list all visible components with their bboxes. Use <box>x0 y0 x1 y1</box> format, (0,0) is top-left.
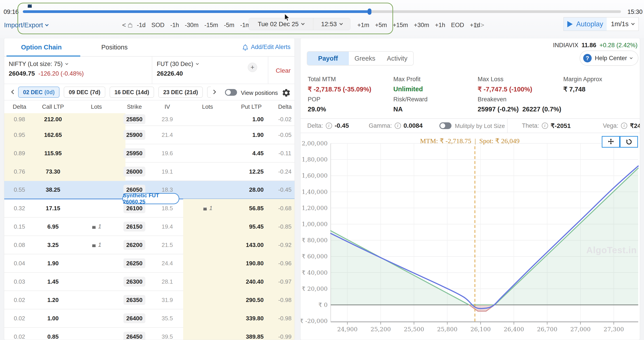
svg-text:₹ 1,40,000: ₹ 1,40,000 <box>300 188 328 195</box>
call-ltp[interactable]: 1.00 <box>35 315 71 322</box>
jump-prev-position-button[interactable]: < <box>122 20 133 30</box>
put-ltp[interactable]: 1.90 <box>228 132 275 138</box>
help-center-button[interactable]: ? Help Center <box>580 50 638 66</box>
jump-next-position-button[interactable]: > <box>474 20 484 30</box>
timeline-slider[interactable] <box>23 10 621 13</box>
time-step-button[interactable]: SOD <box>152 22 164 29</box>
position-marker-bag-icon[interactable] <box>27 2 33 9</box>
timeline-slider-handle[interactable] <box>368 8 372 15</box>
time-step-button[interactable]: -1d <box>137 22 146 29</box>
option-row[interactable]: 0.95 162.65 25900 21.4 <box>4 126 294 144</box>
info-icon[interactable]: i <box>326 122 332 129</box>
time-step-button[interactable]: +15m <box>393 22 408 29</box>
expiry-tab[interactable]: 09 DEC (7d) <box>64 86 105 98</box>
option-row[interactable]: 0.89 115.95 25950 19.6 <box>4 144 294 162</box>
add-edit-alerts-button[interactable]: Add/Edit Alerts <box>242 44 290 50</box>
tab-payoff[interactable]: Payoff <box>307 52 349 65</box>
tab-option-chain[interactable]: Option Chain <box>21 44 62 51</box>
option-row[interactable]: 0.04 1.90 26250 24.4 <box>4 254 294 273</box>
call-ltp[interactable]: 6.95 <box>35 223 71 230</box>
call-ltp[interactable]: 38.25 <box>35 186 71 193</box>
time-step-button[interactable]: -5m <box>224 22 234 29</box>
put-ltp[interactable]: 339.80 <box>228 315 275 322</box>
put-ltp[interactable]: 389.85 <box>228 333 275 340</box>
put-ltp[interactable]: 4.45 <box>228 150 275 157</box>
option-row[interactable]: 0.08 3.25 1 26200 21.5 <box>4 236 294 254</box>
call-lots-count: 1 <box>98 223 101 230</box>
put-ltp[interactable]: 56.85 <box>228 205 275 212</box>
put-ltp[interactable]: 143.00 <box>228 242 275 248</box>
put-ltp[interactable]: 190.80 <box>228 260 275 267</box>
expiry-tab[interactable]: 16 DEC (14d) <box>110 86 154 98</box>
underlying-select[interactable]: NIFTY (Lot size: 75) <box>9 60 68 68</box>
expiry-tab[interactable]: 23 DEC (21d) <box>158 86 203 98</box>
tab-activity[interactable]: Activity <box>381 52 413 65</box>
expiry-tab[interactable]: 02 DEC (0d) <box>18 86 60 98</box>
time-step-button[interactable]: EOD <box>451 22 464 29</box>
col-put-ltp: Put LTP <box>228 103 275 110</box>
put-ltp[interactable]: 95.45 <box>228 223 275 230</box>
put-ltp[interactable]: 1.00 <box>228 116 275 123</box>
call-ltp[interactable]: 0.85 <box>35 333 71 340</box>
import-export-menu[interactable]: Import/Export <box>4 20 48 30</box>
expiry-tabs: 02 DEC (0d) 09 DEC (7d) 16 DEC (14d) <box>18 86 211 98</box>
call-ltp[interactable]: 115.95 <box>35 150 71 157</box>
put-ltp[interactable]: 290.50 <box>228 296 275 304</box>
time-step-button[interactable]: -15m <box>204 22 218 29</box>
option-row[interactable]: 0.02 1.20 26350 31.9 <box>4 291 294 309</box>
date-picker[interactable]: Tue 02 Dec 25 <box>249 18 313 30</box>
time-step-button[interactable]: +30m <box>414 22 429 29</box>
info-icon[interactable]: i <box>621 122 627 129</box>
option-row[interactable]: 0.02 0.85 26450 39.5 <box>4 328 294 340</box>
reset-zoom-button[interactable] <box>620 136 638 148</box>
clear-button[interactable]: Clear <box>272 67 295 74</box>
time-step-button[interactable]: -1h <box>170 22 179 29</box>
put-ltp[interactable]: 28.00 <box>228 186 275 193</box>
call-delta: 0.02 <box>4 296 35 304</box>
call-ltp[interactable]: 212.00 <box>35 116 71 123</box>
time-step-button[interactable]: -30m <box>185 22 199 29</box>
option-row[interactable]: 0.15 6.95 1 26150 19.4 <box>4 218 294 236</box>
time-step-button[interactable]: +1h <box>435 22 445 29</box>
info-icon[interactable]: i <box>395 122 401 129</box>
add-instrument-button[interactable]: + <box>248 63 257 72</box>
expiry-tab[interactable]: 30 DEC ( <box>207 86 211 98</box>
put-delta: -0.98 <box>275 315 294 322</box>
call-ltp[interactable]: 3.25 <box>35 242 71 248</box>
payoff-chart-svg[interactable]: ₹ 2,00,000₹ 1,80,000₹ 1,60,000₹ 1,40,000… <box>300 133 640 340</box>
mouse-cursor <box>284 14 291 22</box>
chevron-down-icon <box>631 22 635 25</box>
option-row[interactable]: 0.76 73.30 26000 19.1 <box>4 162 294 181</box>
expiry-scroll-right-icon[interactable] <box>212 90 216 94</box>
call-ltp[interactable]: 73.30 <box>35 168 71 175</box>
option-row[interactable]: 0.02 1.00 26400 35.5 <box>4 309 294 328</box>
iv-value: 19.6 <box>147 150 187 157</box>
put-ltp[interactable]: 12.25 <box>228 168 275 175</box>
option-row[interactable]: 0.98 212.00 25850 23.9 <box>4 113 294 126</box>
option-row[interactable]: 0.03 1.45 26300 28.1 <box>4 273 294 291</box>
greek-value: 0.0084 <box>404 122 423 129</box>
iv-value: 24.4 <box>147 260 187 267</box>
pan-button[interactable] <box>602 136 620 148</box>
expiry-scroll-left-icon[interactable] <box>11 90 16 94</box>
time-step-button[interactable]: +1m <box>357 22 369 29</box>
call-ltp[interactable]: 1.90 <box>35 260 71 267</box>
time-step-button[interactable]: +5m <box>375 22 387 29</box>
call-ltp[interactable]: 17.15 <box>35 205 71 212</box>
future-select[interactable]: FUT (30 Dec) <box>157 60 198 68</box>
put-ltp[interactable]: 240.40 <box>228 278 275 285</box>
call-ltp[interactable]: 162.65 <box>35 132 71 138</box>
info-icon[interactable]: i <box>542 122 548 129</box>
put-lots <box>187 224 228 230</box>
autoplay-speed-select[interactable]: 1m/1s <box>607 18 638 31</box>
multiply-by-lot-size-toggle[interactable] <box>440 122 452 129</box>
view-positions-toggle[interactable] <box>225 89 237 96</box>
gear-icon[interactable] <box>282 88 291 98</box>
tab-positions[interactable]: Positions <box>101 44 128 51</box>
autoplay-button[interactable]: Autoplay <box>564 18 607 31</box>
tab-greeks[interactable]: Greeks <box>349 52 381 65</box>
call-ltp[interactable]: 1.45 <box>35 278 71 285</box>
iv-value: 28.1 <box>147 278 187 285</box>
time-picker[interactable]: 12:53 <box>313 18 350 30</box>
call-ltp[interactable]: 1.20 <box>35 296 71 304</box>
